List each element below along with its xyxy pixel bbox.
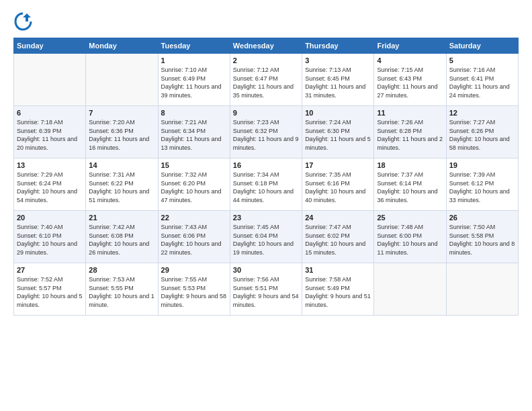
week-row-1: 6Sunrise: 7:18 AM Sunset: 6:39 PM Daylig… [14, 106, 519, 158]
day-number: 21 [89, 214, 154, 222]
header-day-friday: Friday [374, 38, 446, 54]
cell-content: Sunrise: 7:15 AM Sunset: 6:43 PM Dayligh… [377, 66, 443, 99]
logo [13, 12, 36, 31]
calendar-cell: 28Sunrise: 7:53 AM Sunset: 5:55 PM Dayli… [86, 263, 158, 316]
week-row-3: 20Sunrise: 7:40 AM Sunset: 6:10 PM Dayli… [14, 211, 519, 263]
calendar-cell: 25Sunrise: 7:48 AM Sunset: 6:00 PM Dayli… [374, 211, 446, 263]
cell-content: Sunrise: 7:50 AM Sunset: 5:58 PM Dayligh… [449, 223, 515, 257]
cell-content: Sunrise: 7:27 AM Sunset: 6:26 PM Dayligh… [449, 118, 515, 152]
day-number: 18 [377, 161, 443, 169]
calendar-cell: 22Sunrise: 7:43 AM Sunset: 6:06 PM Dayli… [158, 211, 230, 263]
calendar-cell: 8Sunrise: 7:21 AM Sunset: 6:34 PM Daylig… [158, 106, 230, 158]
cell-content: Sunrise: 7:39 AM Sunset: 6:12 PM Dayligh… [449, 171, 515, 204]
header-day-wednesday: Wednesday [230, 38, 302, 54]
cell-content: Sunrise: 7:13 AM Sunset: 6:45 PM Dayligh… [305, 66, 371, 99]
day-number: 24 [305, 214, 371, 222]
week-row-2: 13Sunrise: 7:29 AM Sunset: 6:24 PM Dayli… [14, 158, 519, 211]
header-day-thursday: Thursday [302, 38, 374, 54]
day-number: 26 [449, 214, 515, 222]
calendar-cell: 14Sunrise: 7:31 AM Sunset: 6:22 PM Dayli… [86, 158, 158, 211]
cell-content: Sunrise: 7:52 AM Sunset: 5:57 PM Dayligh… [17, 275, 83, 309]
cell-content: Sunrise: 7:16 AM Sunset: 6:41 PM Dayligh… [449, 66, 515, 99]
calendar-cell: 31Sunrise: 7:58 AM Sunset: 5:49 PM Dayli… [302, 263, 374, 316]
calendar-cell: 17Sunrise: 7:35 AM Sunset: 6:16 PM Dayli… [302, 158, 374, 211]
calendar-cell: 19Sunrise: 7:39 AM Sunset: 6:12 PM Dayli… [446, 158, 518, 211]
calendar-cell: 23Sunrise: 7:45 AM Sunset: 6:04 PM Dayli… [230, 211, 302, 263]
day-number: 30 [233, 266, 299, 274]
day-number: 27 [17, 266, 83, 274]
calendar-cell: 24Sunrise: 7:47 AM Sunset: 6:02 PM Dayli… [302, 211, 374, 263]
cell-content: Sunrise: 7:55 AM Sunset: 5:53 PM Dayligh… [161, 275, 227, 309]
day-number: 1 [161, 56, 227, 64]
header-day-sunday: Sunday [14, 38, 86, 54]
calendar-cell: 16Sunrise: 7:34 AM Sunset: 6:18 PM Dayli… [230, 158, 302, 211]
day-number: 6 [17, 109, 83, 117]
cell-content: Sunrise: 7:53 AM Sunset: 5:55 PM Dayligh… [89, 275, 154, 309]
cell-content: Sunrise: 7:45 AM Sunset: 6:04 PM Dayligh… [233, 223, 299, 257]
calendar-cell: 29Sunrise: 7:55 AM Sunset: 5:53 PM Dayli… [158, 263, 230, 316]
cell-content: Sunrise: 7:23 AM Sunset: 6:32 PM Dayligh… [233, 118, 299, 152]
cell-content: Sunrise: 7:48 AM Sunset: 6:00 PM Dayligh… [377, 223, 443, 257]
calendar-cell [14, 54, 86, 106]
calendar-cell: 13Sunrise: 7:29 AM Sunset: 6:24 PM Dayli… [14, 158, 86, 211]
calendar-cell: 26Sunrise: 7:50 AM Sunset: 5:58 PM Dayli… [446, 211, 518, 263]
day-number: 8 [161, 109, 227, 117]
header-day-saturday: Saturday [446, 38, 518, 54]
calendar-cell: 20Sunrise: 7:40 AM Sunset: 6:10 PM Dayli… [14, 211, 86, 263]
day-number: 23 [233, 214, 299, 222]
day-number: 9 [233, 109, 299, 117]
calendar-cell: 4Sunrise: 7:15 AM Sunset: 6:43 PM Daylig… [374, 54, 446, 106]
cell-content: Sunrise: 7:40 AM Sunset: 6:10 PM Dayligh… [17, 223, 83, 257]
day-number: 14 [89, 161, 154, 169]
calendar-header: SundayMondayTuesdayWednesdayThursdayFrid… [14, 38, 519, 54]
cell-content: Sunrise: 7:34 AM Sunset: 6:18 PM Dayligh… [233, 171, 299, 204]
header-row: SundayMondayTuesdayWednesdayThursdayFrid… [14, 38, 519, 54]
cell-content: Sunrise: 7:12 AM Sunset: 6:47 PM Dayligh… [233, 66, 299, 99]
day-number: 17 [305, 161, 371, 169]
calendar-cell: 2Sunrise: 7:12 AM Sunset: 6:47 PM Daylig… [230, 54, 302, 106]
calendar-cell: 1Sunrise: 7:10 AM Sunset: 6:49 PM Daylig… [158, 54, 230, 106]
day-number: 16 [233, 161, 299, 169]
cell-content: Sunrise: 7:31 AM Sunset: 6:22 PM Dayligh… [89, 171, 154, 204]
day-number: 3 [305, 56, 371, 64]
calendar-body: 1Sunrise: 7:10 AM Sunset: 6:49 PM Daylig… [14, 54, 519, 316]
calendar-cell: 7Sunrise: 7:20 AM Sunset: 6:36 PM Daylig… [86, 106, 158, 158]
page: SundayMondayTuesdayWednesdayThursdayFrid… [0, 0, 532, 411]
day-number: 20 [17, 214, 83, 222]
day-number: 2 [233, 56, 299, 64]
header-day-monday: Monday [86, 38, 158, 54]
cell-content: Sunrise: 7:18 AM Sunset: 6:39 PM Dayligh… [17, 118, 83, 152]
header [13, 12, 519, 31]
day-number: 29 [161, 266, 227, 274]
cell-content: Sunrise: 7:24 AM Sunset: 6:30 PM Dayligh… [305, 118, 371, 152]
calendar-cell [446, 263, 518, 316]
calendar-cell [86, 54, 158, 106]
week-row-4: 27Sunrise: 7:52 AM Sunset: 5:57 PM Dayli… [14, 263, 519, 316]
cell-content: Sunrise: 7:20 AM Sunset: 6:36 PM Dayligh… [89, 118, 154, 152]
cell-content: Sunrise: 7:43 AM Sunset: 6:06 PM Dayligh… [161, 223, 227, 257]
day-number: 31 [305, 266, 371, 274]
calendar-cell: 27Sunrise: 7:52 AM Sunset: 5:57 PM Dayli… [14, 263, 86, 316]
header-day-tuesday: Tuesday [158, 38, 230, 54]
day-number: 15 [161, 161, 227, 169]
day-number: 25 [377, 214, 443, 222]
calendar-cell: 9Sunrise: 7:23 AM Sunset: 6:32 PM Daylig… [230, 106, 302, 158]
cell-content: Sunrise: 7:42 AM Sunset: 6:08 PM Dayligh… [89, 223, 154, 257]
day-number: 12 [449, 109, 515, 117]
cell-content: Sunrise: 7:10 AM Sunset: 6:49 PM Dayligh… [161, 66, 227, 99]
cell-content: Sunrise: 7:56 AM Sunset: 5:51 PM Dayligh… [233, 275, 299, 309]
day-number: 7 [89, 109, 154, 117]
cell-content: Sunrise: 7:32 AM Sunset: 6:20 PM Dayligh… [161, 171, 227, 204]
day-number: 22 [161, 214, 227, 222]
calendar-cell [374, 263, 446, 316]
day-number: 13 [17, 161, 83, 169]
calendar-cell: 11Sunrise: 7:26 AM Sunset: 6:28 PM Dayli… [374, 106, 446, 158]
calendar-cell: 15Sunrise: 7:32 AM Sunset: 6:20 PM Dayli… [158, 158, 230, 211]
day-number: 10 [305, 109, 371, 117]
week-row-0: 1Sunrise: 7:10 AM Sunset: 6:49 PM Daylig… [14, 54, 519, 106]
calendar-cell: 3Sunrise: 7:13 AM Sunset: 6:45 PM Daylig… [302, 54, 374, 106]
calendar-cell: 6Sunrise: 7:18 AM Sunset: 6:39 PM Daylig… [14, 106, 86, 158]
cell-content: Sunrise: 7:37 AM Sunset: 6:14 PM Dayligh… [377, 171, 443, 204]
calendar-cell: 18Sunrise: 7:37 AM Sunset: 6:14 PM Dayli… [374, 158, 446, 211]
calendar-cell: 10Sunrise: 7:24 AM Sunset: 6:30 PM Dayli… [302, 106, 374, 158]
